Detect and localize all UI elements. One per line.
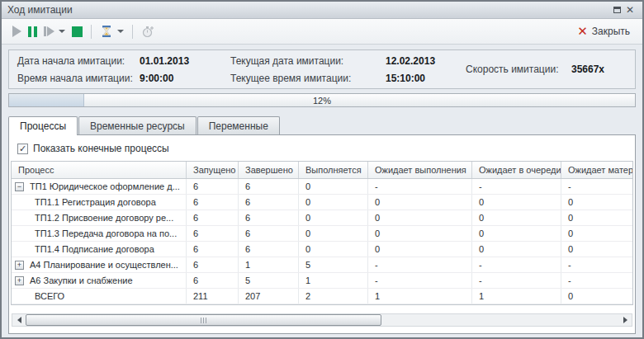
hourglass-dropdown-icon[interactable] <box>117 30 124 33</box>
cell: - <box>561 179 632 194</box>
scroll-left-icon <box>17 317 21 323</box>
process-name: ВСЕГО <box>35 291 64 301</box>
cell: 6 <box>187 195 239 210</box>
show-final-processes-label: Показать конечные процессы <box>33 143 169 154</box>
current-date-label: Текущая дата имитации: <box>230 55 386 67</box>
tab-variables[interactable]: Переменные <box>197 116 280 134</box>
tab-time-resources[interactable]: Временные ресурсы <box>78 116 197 134</box>
simulation-progress-window: Ход имитации ✕ <box>0 0 644 339</box>
cell: 0 <box>299 195 368 210</box>
cell: 0 <box>368 195 472 210</box>
window-close-icon: ✕ <box>626 5 634 15</box>
expand-icon[interactable]: + <box>15 276 24 285</box>
progress-label: 12% <box>9 94 635 106</box>
cell: 0 <box>472 210 561 225</box>
column-header-awaiting-execution[interactable]: Ожидает выполнения <box>368 162 472 178</box>
table-row[interactable]: ТП1.3 Передача договора на по... 6 6 0 0… <box>12 226 632 242</box>
cell: 6 <box>239 226 299 241</box>
show-final-processes-checkbox[interactable]: ✓ <box>17 144 28 154</box>
scroll-right-button[interactable] <box>618 314 632 326</box>
column-header-awaiting-queue[interactable]: Ожидает в очереди <box>472 162 561 178</box>
pause-icon <box>28 26 37 37</box>
cell: 0 <box>561 242 632 257</box>
column-header-process[interactable]: Процесс <box>12 162 187 178</box>
table-row[interactable]: +А6 Закупки и снабжение 6 5 1 - - - <box>12 273 632 289</box>
add-timer-icon <box>141 25 154 38</box>
table-header: Процесс Запущено Завершено Выполняется О… <box>12 162 632 179</box>
horizontal-scrollbar[interactable] <box>12 313 632 327</box>
add-timer-button[interactable] <box>138 22 158 40</box>
cell: - <box>472 273 561 288</box>
cell: 6 <box>239 179 299 194</box>
cell: 1 <box>472 289 561 304</box>
cell: 0 <box>561 289 632 304</box>
cell: 2 <box>299 289 368 304</box>
cell: 0 <box>299 226 368 241</box>
title-bar: Ход имитации ✕ <box>2 2 642 19</box>
cell: 0 <box>472 226 561 241</box>
cell: - <box>561 273 632 288</box>
cell: 0 <box>299 179 368 194</box>
cell: 0 <box>561 226 632 241</box>
close-button[interactable]: ✕ Закрыть <box>572 24 635 39</box>
cell: 0 <box>472 242 561 257</box>
process-name: А6 Закупки и снабжение <box>30 275 133 285</box>
close-x-icon: ✕ <box>577 26 588 37</box>
cell: 6 <box>239 195 299 210</box>
processes-table: Процесс Запущено Завершено Выполняется О… <box>11 161 633 305</box>
table-row[interactable]: ТП1.2 Присвоение договору ре... 6 6 0 0 … <box>12 210 632 226</box>
cell: 0 <box>472 195 561 210</box>
cell: 0 <box>368 210 472 225</box>
show-final-processes-row: ✓ Показать конечные процессы <box>9 135 635 159</box>
process-name: ТП1.4 Подписание договора <box>35 244 154 254</box>
stop-button[interactable] <box>69 22 86 40</box>
stop-icon <box>72 26 83 37</box>
column-header-awaiting-material[interactable]: Ожидает матер. <box>561 162 632 178</box>
process-name: ТП1.2 Присвоение договору ре... <box>35 213 173 223</box>
speed-label: Скорость имитации: <box>466 64 571 75</box>
cell: 6 <box>187 242 239 257</box>
step-forward-button[interactable] <box>40 22 69 40</box>
window-close-button[interactable]: ✕ <box>623 4 637 16</box>
step-dropdown-icon[interactable] <box>59 30 65 33</box>
table-row[interactable]: −ТП1 Юридическое оформление д... 6 6 0 -… <box>12 179 632 195</box>
tab-processes[interactable]: Процессы <box>8 116 78 135</box>
toolbar-separator <box>132 25 133 39</box>
process-name: ТП1.1 Регистрация договора <box>35 197 156 207</box>
collapse-icon[interactable]: − <box>15 182 24 191</box>
hourglass-button[interactable] <box>97 22 127 40</box>
cell: - <box>368 257 472 272</box>
table-row[interactable]: +А4 Планирование и осуществлен... 6 1 5 … <box>12 257 632 273</box>
column-header-launched[interactable]: Запущено <box>187 162 239 178</box>
step-forward-icon <box>44 26 54 36</box>
cell: 6 <box>187 226 239 241</box>
table-row[interactable]: ТП1.4 Подписание договора 6 6 0 0 0 0 <box>12 242 632 257</box>
table-row[interactable]: ТП1.1 Регистрация договора 6 6 0 0 0 0 <box>12 195 632 210</box>
cell: 1 <box>368 289 472 304</box>
window-title: Ход имитации <box>7 4 73 16</box>
expand-icon[interactable]: + <box>15 261 24 270</box>
toolbar: ✕ Закрыть <box>2 19 642 45</box>
cell: 0 <box>368 226 472 241</box>
play-button[interactable] <box>9 22 25 40</box>
cell: 0 <box>299 242 368 257</box>
cell: 6 <box>187 273 239 288</box>
cell: 1 <box>299 273 368 288</box>
cell: 6 <box>187 179 239 194</box>
column-header-completed[interactable]: Завершено <box>239 162 299 178</box>
cell: 0 <box>561 210 632 225</box>
maximize-button[interactable] <box>610 4 623 16</box>
toolbar-separator <box>91 25 92 39</box>
scrollbar-track[interactable] <box>26 314 618 326</box>
scroll-left-button[interactable] <box>12 314 26 326</box>
process-name: ТП1.3 Передача договора на по... <box>35 228 177 238</box>
table-row-total[interactable]: ВСЕГО 211 207 2 1 1 0 <box>12 289 632 304</box>
processes-panel: ✓ Показать конечные процессы Процесс Зап… <box>8 134 636 334</box>
progress-bar: 12% <box>8 93 636 107</box>
pause-button[interactable] <box>25 22 40 40</box>
column-header-running[interactable]: Выполняется <box>299 162 368 178</box>
current-time-value: 15:10:00 <box>386 73 425 84</box>
play-icon <box>12 26 21 37</box>
cell: 5 <box>239 273 299 288</box>
scrollbar-thumb[interactable] <box>26 314 381 326</box>
